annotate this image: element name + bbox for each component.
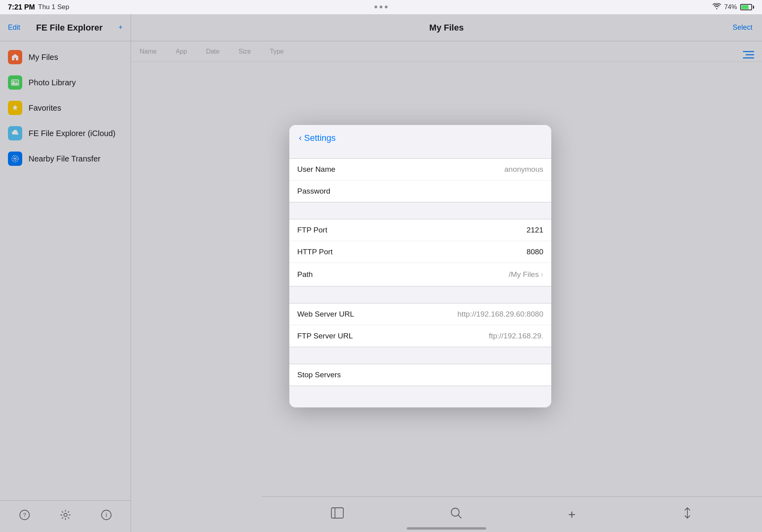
ftp-port-value: 2121 bbox=[527, 226, 543, 234]
credentials-section: User Name anonymous Password bbox=[289, 158, 551, 202]
battery-icon bbox=[740, 4, 754, 10]
http-port-label: HTTP Port bbox=[297, 248, 333, 256]
settings-modal: ‹ Settings User Name anonymous Password … bbox=[289, 125, 551, 407]
section-gap-2 bbox=[289, 208, 551, 213]
path-label: Path bbox=[297, 270, 313, 279]
ports-section: FTP Port 2121 HTTP Port 8080 Path /My Fi… bbox=[289, 219, 551, 286]
section-gap-3 bbox=[289, 292, 551, 298]
ftp-server-url-value: ftp://192.168.29. bbox=[489, 332, 543, 340]
urls-section: Web Server URL http://192.168.29.60:8080… bbox=[289, 303, 551, 347]
section-gap-1 bbox=[289, 147, 551, 153]
status-right: 74% bbox=[712, 3, 754, 12]
stop-servers-row[interactable]: Stop Servers bbox=[289, 364, 551, 386]
modal-header: ‹ Settings bbox=[289, 125, 551, 147]
password-row[interactable]: Password bbox=[289, 181, 551, 202]
ftp-port-label: FTP Port bbox=[297, 226, 327, 234]
username-label: User Name bbox=[297, 165, 335, 174]
status-left: 7:21 PM Thu 1 Sep bbox=[8, 3, 69, 12]
status-date: Thu 1 Sep bbox=[38, 3, 69, 11]
settings-back-label[interactable]: Settings bbox=[304, 133, 336, 143]
username-row[interactable]: User Name anonymous bbox=[289, 159, 551, 181]
wifi-icon bbox=[712, 3, 721, 12]
ftp-server-url-row[interactable]: FTP Server URL ftp://192.168.29. bbox=[289, 325, 551, 347]
status-bar: 7:21 PM Thu 1 Sep 74% bbox=[0, 0, 762, 14]
http-port-row[interactable]: HTTP Port 8080 bbox=[289, 241, 551, 263]
username-value: anonymous bbox=[504, 165, 543, 174]
path-row[interactable]: Path /My Files bbox=[289, 263, 551, 286]
path-value: /My Files bbox=[509, 269, 543, 280]
status-time: 7:21 PM bbox=[8, 3, 35, 12]
web-server-url-label: Web Server URL bbox=[297, 310, 354, 319]
http-port-value: 8080 bbox=[527, 248, 543, 256]
dot-2 bbox=[380, 6, 383, 8]
three-dots bbox=[375, 6, 388, 8]
actions-section: Stop Servers bbox=[289, 364, 551, 386]
stop-servers-label: Stop Servers bbox=[297, 371, 341, 379]
back-arrow-icon[interactable]: ‹ bbox=[299, 133, 302, 143]
ftp-port-row[interactable]: FTP Port 2121 bbox=[289, 219, 551, 241]
password-label: Password bbox=[297, 187, 330, 196]
dot-1 bbox=[375, 6, 377, 8]
modal-bottom-gap bbox=[289, 392, 551, 407]
web-server-url-value: http://192.168.29.60:8080 bbox=[457, 310, 543, 319]
section-gap-4 bbox=[289, 353, 551, 358]
ftp-server-url-label: FTP Server URL bbox=[297, 332, 353, 340]
battery-percentage: 74% bbox=[724, 4, 737, 11]
web-server-url-row[interactable]: Web Server URL http://192.168.29.60:8080 bbox=[289, 303, 551, 325]
dot-3 bbox=[385, 6, 388, 8]
